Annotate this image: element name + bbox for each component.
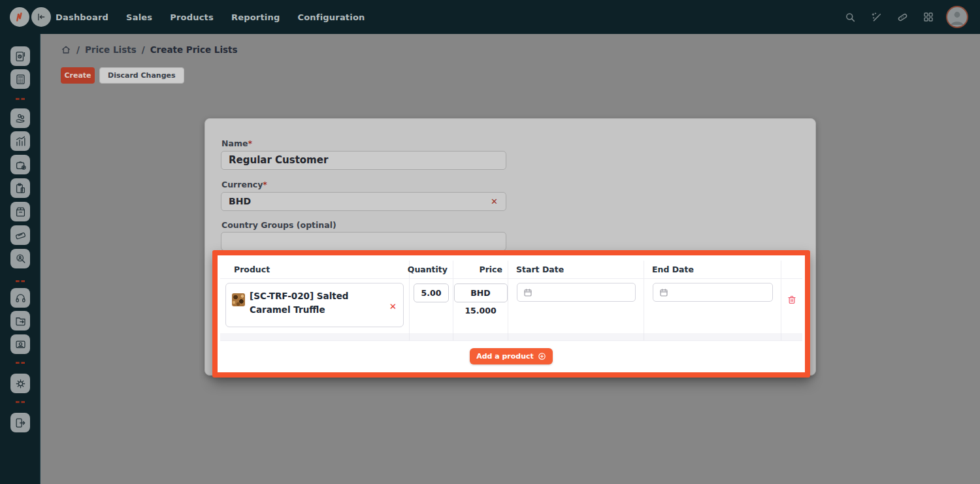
product-name: [SC-TRF-020] Salted Caramel Truffle [250,291,349,315]
column-header-price: Price [453,261,508,279]
name-input[interactable]: Regular Customer [221,151,506,170]
calculator-icon[interactable] [10,69,30,89]
magic-wand-icon[interactable] [870,11,883,24]
headset-icon[interactable] [10,288,30,308]
breadcrumb-separator: / [142,44,145,55]
column-header-product: Product [220,261,410,279]
country-groups-input[interactable] [221,232,506,251]
create-button[interactable]: Create [61,67,95,84]
end-date-input[interactable] [653,283,773,302]
product-table-row: [SC-TRF-020] Salted Caramel Truffle ✕ 5.… [220,279,802,333]
breadcrumb-price-lists[interactable]: Price Lists [85,44,137,55]
calendar-icon [659,288,668,297]
top-navbar: Dashboard Sales Products Reporting Confi… [0,0,980,34]
start-date-input[interactable] [517,283,636,302]
settings-gear-icon[interactable] [10,374,30,393]
package-icon[interactable] [10,202,30,221]
discard-changes-button[interactable]: Discard Changes [99,67,184,84]
brand-logo[interactable] [10,7,29,27]
product-select[interactable]: [SC-TRF-020] Salted Caramel Truffle ✕ [225,283,404,327]
remove-product-icon[interactable]: ✕ [389,300,397,314]
bar-chart-icon[interactable] [10,131,30,151]
search-icon[interactable] [844,11,857,24]
required-mark: * [263,180,267,189]
app-window: Dashboard Sales Products Reporting Confi… [0,0,980,484]
sidebar-divider [16,280,25,282]
quantity-input[interactable]: 5.00 [414,283,449,302]
product-table-footer: Add a product [218,341,805,371]
price-tag-icon[interactable] [896,11,909,24]
sidebar-divider [16,362,25,364]
main-menu: Dashboard Sales Products Reporting Confi… [56,0,365,34]
product-thumbnail [232,293,245,306]
required-mark: * [248,138,252,148]
screen-icon[interactable] [10,334,30,354]
sidebar-divider [16,401,25,403]
currency-input[interactable]: BHD✕ [221,192,506,211]
sidebar-divider [16,98,25,100]
column-header-quantity: Quantity [410,261,453,279]
home-icon[interactable] [61,44,71,55]
plus-circle-icon [538,352,546,361]
column-header-end-date: End Date [644,261,781,279]
name-label: Name* [221,138,252,148]
logout-icon[interactable] [10,413,30,432]
add-product-button[interactable]: Add a product [470,348,553,364]
clear-currency-icon[interactable]: ✕ [491,193,498,210]
product-table-header: Product Quantity Price Start Date End Da… [220,261,802,279]
pos-register-icon[interactable] [10,46,30,66]
hand-coins-icon[interactable] [10,108,30,128]
scale-add-icon[interactable] [10,155,30,174]
menu-item-configuration[interactable]: Configuration [297,12,365,22]
clipboard-icon[interactable] [10,178,30,198]
navbar-actions [844,0,934,34]
breadcrumb-current: Create Price Lists [150,44,238,55]
delete-row-icon[interactable] [787,295,797,305]
customer-search-icon[interactable] [10,249,30,268]
country-groups-label: Country Groups (optinal) [221,220,336,230]
product-table-empty-row [220,333,802,341]
sidebar [0,0,41,484]
user-avatar[interactable] [947,7,967,27]
folder-export-icon[interactable] [10,311,30,331]
ticket-icon[interactable] [10,225,30,245]
apps-grid-icon[interactable] [923,11,934,23]
breadcrumb-separator: / [76,44,80,55]
column-header-actions [781,261,802,279]
breadcrumb: / Price Lists / Create Price Lists [61,44,238,55]
column-header-start-date: Start Date [508,261,644,279]
menu-item-products[interactable]: Products [170,12,214,22]
sidebar-collapse-button[interactable] [31,7,51,27]
menu-item-dashboard[interactable]: Dashboard [56,12,108,22]
calendar-icon [523,288,532,297]
product-table-highlight: Product Quantity Price Start Date End Da… [212,250,810,378]
menu-item-reporting[interactable]: Reporting [231,12,280,22]
currency-label: Currency* [221,180,267,189]
menu-item-sales[interactable]: Sales [126,12,152,22]
price-input[interactable]: BHD 15.000 [454,283,508,302]
